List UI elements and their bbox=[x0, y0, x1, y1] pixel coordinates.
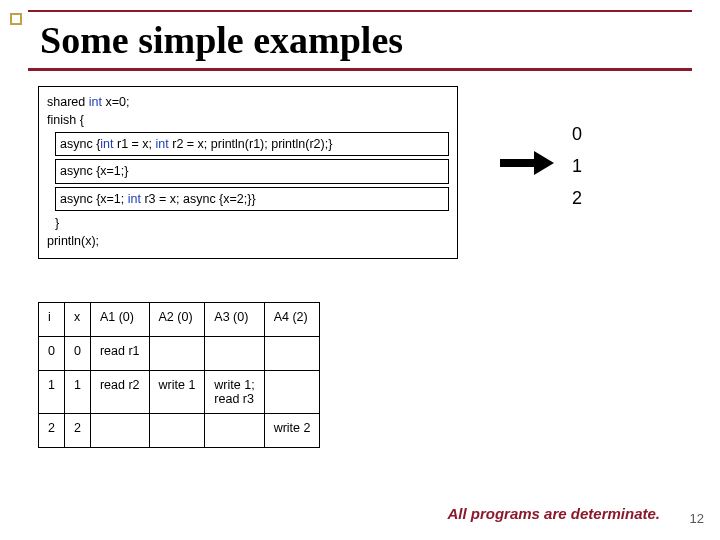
code-text: shared bbox=[47, 95, 89, 109]
cell: 1 bbox=[64, 371, 90, 414]
footer-note: All programs are determinate. bbox=[447, 505, 660, 522]
col-a4: A4 (2) bbox=[264, 303, 320, 337]
cell: write 1 bbox=[149, 371, 205, 414]
code-line-println: println(x); bbox=[47, 232, 449, 250]
code-keyword: int bbox=[156, 137, 169, 151]
cell bbox=[205, 414, 264, 448]
code-keyword: int bbox=[128, 192, 141, 206]
cell: read r2 bbox=[90, 371, 149, 414]
cell bbox=[90, 414, 149, 448]
table-header-row: i x A1 (0) A2 (0) A3 (0) A4 (2) bbox=[39, 303, 320, 337]
cell: 2 bbox=[39, 414, 65, 448]
execution-table: i x A1 (0) A2 (0) A3 (0) A4 (2) 0 0 read… bbox=[38, 302, 320, 448]
cell: 2 bbox=[64, 414, 90, 448]
col-i: i bbox=[39, 303, 65, 337]
code-text: r3 = x; async {x=2;}} bbox=[141, 192, 256, 206]
code-text: async { bbox=[60, 137, 100, 151]
slide-title: Some simple examples bbox=[40, 18, 403, 62]
col-x: x bbox=[64, 303, 90, 337]
table-row: 0 0 read r1 bbox=[39, 337, 320, 371]
table-row: 2 2 write 2 bbox=[39, 414, 320, 448]
code-example-box: shared int x=0; finish { async {int r1 =… bbox=[38, 86, 458, 259]
col-a3: A3 (0) bbox=[205, 303, 264, 337]
cell: 0 bbox=[64, 337, 90, 371]
page-number: 12 bbox=[690, 511, 704, 526]
cell: 0 bbox=[39, 337, 65, 371]
title-decor-box bbox=[10, 13, 22, 25]
cell: write 1; read r3 bbox=[205, 371, 264, 414]
col-a2: A2 (0) bbox=[149, 303, 205, 337]
cell bbox=[149, 337, 205, 371]
code-async-box-3: async {x=1; int r3 = x; async {x=2;}} bbox=[55, 187, 449, 211]
code-text: r1 = x; bbox=[114, 137, 156, 151]
annotation-1: 1 bbox=[572, 156, 582, 177]
code-async-box-1: async {int r1 = x; int r2 = x; println(r… bbox=[55, 132, 449, 156]
code-keyword: int bbox=[89, 95, 102, 109]
title-rule-top bbox=[28, 10, 692, 12]
annotation-0: 0 bbox=[572, 124, 582, 145]
cell bbox=[264, 371, 320, 414]
cell bbox=[264, 337, 320, 371]
cell: 1 bbox=[39, 371, 65, 414]
cell bbox=[149, 414, 205, 448]
title-rule-bottom bbox=[28, 68, 692, 71]
code-line-close: } bbox=[55, 214, 449, 232]
cell: write 2 bbox=[264, 414, 320, 448]
cell: read r1 bbox=[90, 337, 149, 371]
code-line-shared: shared int x=0; bbox=[47, 93, 449, 111]
code-keyword: int bbox=[100, 137, 113, 151]
table-row: 1 1 read r2 write 1 write 1; read r3 bbox=[39, 371, 320, 414]
code-text: x=0; bbox=[102, 95, 129, 109]
col-a1: A1 (0) bbox=[90, 303, 149, 337]
code-text: async {x=1; bbox=[60, 192, 128, 206]
code-text: r2 = x; println(r1); println(r2);} bbox=[169, 137, 333, 151]
annotation-2: 2 bbox=[572, 188, 582, 209]
arrow-icon bbox=[500, 153, 554, 173]
code-line-finish: finish { bbox=[47, 111, 449, 129]
cell bbox=[205, 337, 264, 371]
code-async-box-2: async {x=1;} bbox=[55, 159, 449, 183]
